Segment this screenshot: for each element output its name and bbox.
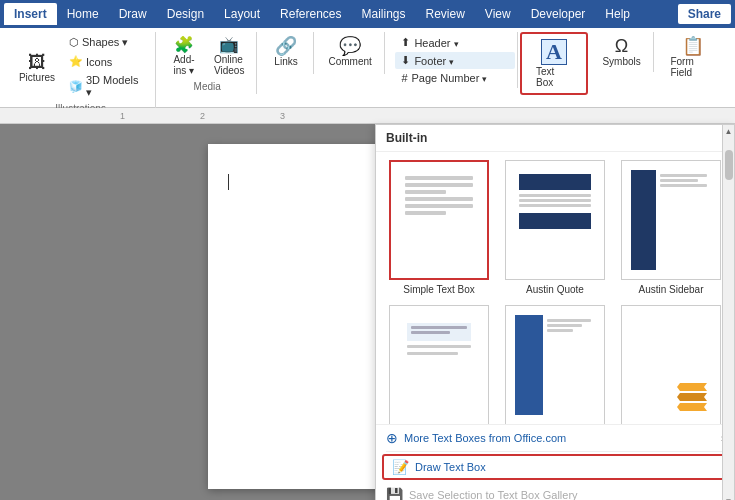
ribbon-group-formfield: 📋 Form Field <box>656 32 729 83</box>
banded-sidebar-bar <box>515 315 543 415</box>
tab-references[interactable]: References <box>270 3 351 25</box>
ribbon-group-symbols: Ω Symbols <box>590 32 655 72</box>
textbox-style-banded-quote[interactable]: Banded Quote <box>386 305 492 424</box>
shape-icons-group: ⬡ Shapes ▾ ⭐ Icons 🧊 3D Models ▾ <box>64 34 147 101</box>
textbox-style-banded-sidebar[interactable]: Banded Sidebar <box>502 305 608 424</box>
scroll-down-button[interactable]: ▼ <box>723 495 735 500</box>
draw-textbox-link[interactable]: 📝 Draw Text Box <box>382 454 728 480</box>
ruler-mark-3: 3 <box>280 111 285 121</box>
onlinevideos-button[interactable]: 📺 OnlineVideos <box>208 34 250 79</box>
tab-draw[interactable]: Draw <box>109 3 157 25</box>
simple-textbox-label: Simple Text Box <box>403 284 475 295</box>
textbox-icon: A <box>541 39 567 65</box>
simple-textbox-visual <box>399 170 479 270</box>
austin-quote-visual <box>515 170 595 270</box>
more-textboxes-link[interactable]: ⊕ More Text Boxes from Office.com › <box>376 425 734 451</box>
links-button[interactable]: 🔗 Links <box>266 34 306 70</box>
comment-button[interactable]: 💬 Comment <box>323 34 378 70</box>
icons-button[interactable]: ⭐ Icons <box>64 53 147 70</box>
textbox-button[interactable]: A Text Box <box>530 36 578 91</box>
addins-icon: 🧩 <box>174 37 194 53</box>
formfield-icon: 📋 <box>682 37 704 55</box>
preview-line <box>405 190 446 194</box>
tab-insert[interactable]: Insert <box>4 3 57 25</box>
pagenumber-icon: # <box>401 72 407 84</box>
tab-layout[interactable]: Layout <box>214 3 270 25</box>
scroll-thumb[interactable] <box>725 150 733 180</box>
preview-line <box>407 352 458 355</box>
pagenumber-button[interactable]: # Page Number ▾ <box>395 70 515 86</box>
scroll-up-button[interactable]: ▲ <box>723 125 735 138</box>
preview-line <box>660 174 707 177</box>
tab-design[interactable]: Design <box>157 3 214 25</box>
tab-review[interactable]: Review <box>416 3 475 25</box>
media-buttons: 🧩 Add-ins ▾ 📺 OnlineVideos <box>164 34 250 79</box>
dropdown-scrollbar[interactable]: ▲ ▼ <box>722 125 734 500</box>
ribbon-group-media: 🧩 Add-ins ▾ 📺 OnlineVideos Media <box>158 32 257 94</box>
tab-share[interactable]: Share <box>678 4 731 24</box>
pictures-button[interactable]: 🖼 Pictures <box>14 50 60 86</box>
preview-line <box>547 324 582 327</box>
onlinevideos-icon: 📺 <box>219 37 239 53</box>
footer-icon: ⬇ <box>401 54 410 67</box>
header-button[interactable]: ⬆ Header ▾ <box>395 34 515 51</box>
textbox-styles-grid: Simple Text Box Austin Quote <box>376 152 734 424</box>
preview-line <box>519 194 591 197</box>
shapes-icon: ⬡ <box>69 36 79 49</box>
symbols-button[interactable]: Ω Symbols <box>596 34 646 70</box>
textbox-style-simple[interactable]: Simple Text Box <box>386 160 492 295</box>
save-selection-link: 💾 Save Selection to Text Box Gallery <box>376 482 734 500</box>
footer-button[interactable]: ⬇ Footer ▾ <box>395 52 515 69</box>
preview-line <box>411 331 450 334</box>
preview-line <box>407 345 471 348</box>
preview-line <box>547 319 591 322</box>
tab-developer[interactable]: Developer <box>521 3 596 25</box>
preview-line <box>405 204 473 208</box>
icons-icon: ⭐ <box>69 55 83 68</box>
textbox-style-facet-quote[interactable]: Facet Quote <box>618 305 724 424</box>
header-footer-group: ⬆ Header ▾ ⬇ Footer ▾ # Page Number ▾ <box>395 34 515 86</box>
austin-blue-header <box>519 174 591 190</box>
ribbon: 🖼 Pictures ⬡ Shapes ▾ ⭐ Icons 🧊 3D Model… <box>0 28 735 108</box>
banded-sidebar-visual <box>515 315 595 415</box>
3dmodels-button[interactable]: 🧊 3D Models ▾ <box>64 72 147 101</box>
austin-sidebar-visual <box>631 170 711 270</box>
header-icon: ⬆ <box>401 36 410 49</box>
facet-chevron-3 <box>677 403 707 411</box>
scroll-track <box>725 140 733 493</box>
more-textboxes-icon: ⊕ <box>386 430 398 446</box>
pictures-label: Pictures <box>19 72 55 83</box>
more-textboxes-label: More Text Boxes from Office.com <box>404 432 566 444</box>
shapes-button[interactable]: ⬡ Shapes ▾ <box>64 34 147 51</box>
tab-help[interactable]: Help <box>595 3 640 25</box>
textbox-style-austin-sidebar[interactable]: Austin Sidebar <box>618 160 724 295</box>
simple-textbox-preview <box>389 160 489 280</box>
austin-sidebar-content <box>656 170 711 270</box>
formfield-button[interactable]: 📋 Form Field <box>664 34 721 81</box>
textbox-dropdown-panel: ▲ ▼ Built-in <box>375 124 735 500</box>
dropdown-bottom-links: ⊕ More Text Boxes from Office.com › 📝 Dr… <box>376 424 734 500</box>
preview-line <box>405 211 446 215</box>
preview-line <box>405 176 473 180</box>
pictures-icon: 🖼 <box>28 53 46 71</box>
save-selection-label: Save Selection to Text Box Gallery <box>409 489 578 500</box>
austin-sidebar-preview <box>621 160 721 280</box>
textbox-style-austin-quote[interactable]: Austin Quote <box>502 160 608 295</box>
draw-textbox-label: Draw Text Box <box>415 461 486 473</box>
save-selection-icon: 💾 <box>386 487 403 500</box>
ruler-mark-2: 2 <box>200 111 205 121</box>
tab-view[interactable]: View <box>475 3 521 25</box>
ribbon-group-comments: 💬 Comment <box>316 32 385 74</box>
comment-icon: 💬 <box>339 37 361 55</box>
banded-quote-visual <box>399 315 479 415</box>
preview-line <box>660 179 698 182</box>
preview-line <box>547 329 573 332</box>
3dmodels-icon: 🧊 <box>69 80 83 93</box>
symbols-icon: Ω <box>615 37 628 55</box>
pagenumber-label: Page Number ▾ <box>412 72 488 84</box>
tab-home[interactable]: Home <box>57 3 109 25</box>
text-cursor <box>228 174 229 190</box>
ribbon-group-links: 🔗 Links <box>259 32 314 74</box>
addins-button[interactable]: 🧩 Add-ins ▾ <box>164 34 204 79</box>
tab-mailings[interactable]: Mailings <box>351 3 415 25</box>
